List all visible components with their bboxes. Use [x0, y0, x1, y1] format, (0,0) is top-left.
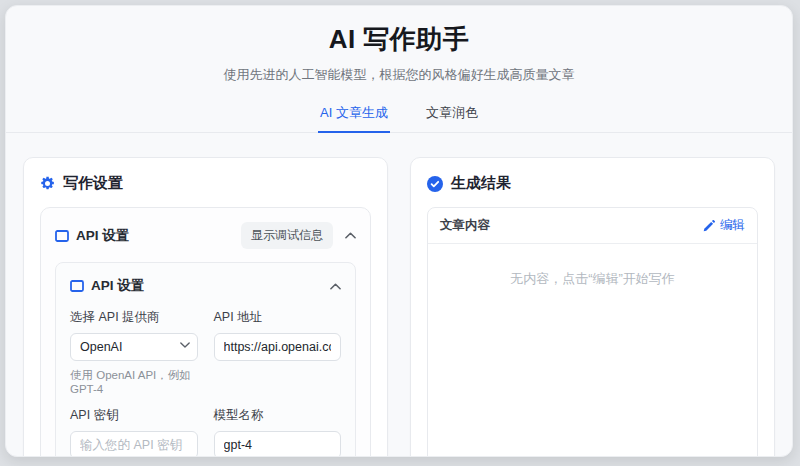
tab-article-generation[interactable]: AI 文章生成	[318, 98, 390, 133]
provider-hint: 使用 OpenAI API，例如 GPT-4	[70, 368, 198, 395]
chevron-up-icon[interactable]	[330, 283, 341, 290]
api-inner-title: API 设置	[91, 277, 144, 295]
app-header: AI 写作助手 使用先进的人工智能模型，根据您的风格偏好生成高质量文章	[6, 6, 792, 84]
model-name-label: 模型名称	[214, 407, 342, 424]
pencil-icon	[703, 220, 715, 232]
api-box-icon	[55, 230, 69, 242]
api-provider-select[interactable]: OpenAI	[70, 333, 198, 361]
article-content-box: 文章内容 编辑 无内容，点击“编辑”开始写作	[427, 207, 758, 457]
result-panel: 生成结果 文章内容 编辑 无内容，点击“编辑”开始写作	[410, 157, 775, 457]
gear-icon	[40, 176, 55, 191]
api-section-title: API 设置	[76, 227, 129, 245]
article-content-title: 文章内容	[440, 217, 490, 234]
app-window: AI 写作助手 使用先进的人工智能模型，根据您的风格偏好生成高质量文章 AI 文…	[5, 5, 793, 457]
api-url-input[interactable]	[214, 333, 342, 361]
edit-button[interactable]: 编辑	[703, 217, 745, 234]
api-settings-inner-card: API 设置 选择 API 提供商 OpenAI	[55, 262, 356, 457]
check-circle-icon	[427, 176, 443, 192]
content-area: 写作设置 API 设置 显示调试信息	[6, 133, 792, 457]
result-panel-title: 生成结果	[451, 174, 511, 193]
empty-state-text: 无内容，点击“编辑”开始写作	[428, 244, 757, 288]
api-key-input[interactable]	[70, 431, 198, 457]
show-debug-info-button[interactable]: 显示调试信息	[241, 222, 333, 249]
settings-panel-title: 写作设置	[63, 174, 123, 193]
api-key-label: API 密钥	[70, 407, 198, 424]
api-url-label: API 地址	[214, 309, 342, 326]
api-box-icon	[70, 280, 84, 292]
page-title: AI 写作助手	[6, 22, 792, 57]
chevron-up-icon[interactable]	[345, 232, 356, 239]
provider-label: 选择 API 提供商	[70, 309, 198, 326]
edit-button-label: 编辑	[720, 217, 745, 234]
api-settings-section: API 设置 显示调试信息 API 设置	[40, 207, 371, 457]
settings-panel: 写作设置 API 设置 显示调试信息	[23, 157, 388, 457]
page-subtitle: 使用先进的人工智能模型，根据您的风格偏好生成高质量文章	[6, 66, 792, 84]
model-name-input[interactable]	[214, 431, 342, 457]
tab-bar: AI 文章生成 文章润色	[6, 98, 792, 133]
tab-article-polish[interactable]: 文章润色	[424, 98, 480, 132]
